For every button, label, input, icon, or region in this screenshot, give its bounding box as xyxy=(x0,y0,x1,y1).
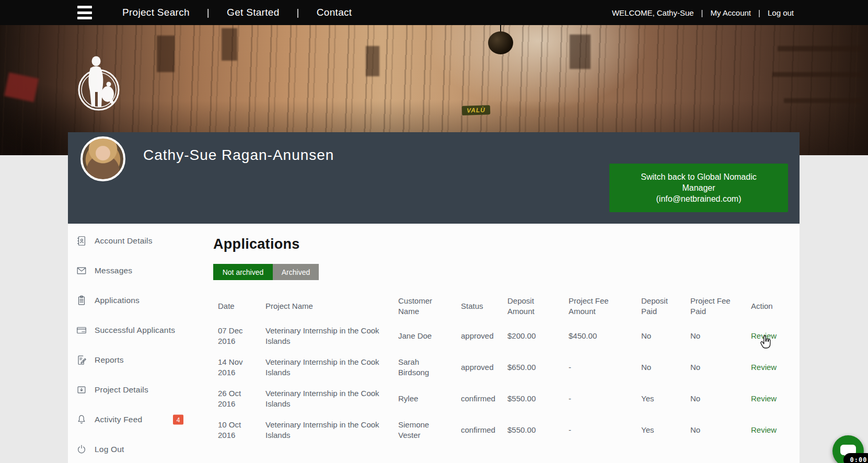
sidebar-item-successful-applicants[interactable]: Successful Applicants xyxy=(68,322,209,338)
sidebar-item-label: Activity Feed xyxy=(95,415,142,424)
sidebar-item-project-details[interactable]: Project Details xyxy=(68,382,209,398)
my-account-link[interactable]: My Account xyxy=(711,8,751,17)
column-header-status: Status xyxy=(461,301,507,311)
filter-archived-button[interactable]: Archived xyxy=(273,264,319,280)
archive-filter-toggle: Not archived Archived xyxy=(213,264,319,280)
cell-project-fee-paid: No xyxy=(690,393,751,404)
nav-link-contact[interactable]: Contact xyxy=(317,7,352,18)
cell-deposit-paid: No xyxy=(641,362,690,373)
sidebar-item-label: Messages xyxy=(95,266,132,275)
cell-deposit-paid: No xyxy=(641,331,690,341)
switch-button-line1: Switch back to Global Nomadic xyxy=(641,171,756,182)
table-row: 10 Oct2016 Veterinary Internship in the … xyxy=(213,414,794,446)
log-out-link[interactable]: Log out xyxy=(768,8,794,17)
column-header-project-fee-amount: Project FeeAmount xyxy=(569,296,641,317)
separator: | xyxy=(701,8,703,17)
column-header-customer-name: CustomerName xyxy=(398,296,461,317)
cell-action: Review xyxy=(751,425,794,435)
cell-date: 10 Oct2016 xyxy=(213,420,265,441)
sidebar-item-label: Account Details xyxy=(95,236,153,246)
cell-date: 07 Dec2016 xyxy=(213,326,265,346)
table-header-row: Date Project Name CustomerName Status De… xyxy=(213,292,794,320)
cell-deposit-amount: $550.00 xyxy=(507,393,569,404)
cell-customer-name: Jane Doe xyxy=(398,331,461,341)
table-row: 14 Nov2016 Veterinary Internship in the … xyxy=(213,352,794,383)
cell-action: Review xyxy=(751,393,794,404)
cell-action: Review xyxy=(751,362,794,373)
cell-project-name: Veterinary Internship in the CookIslands xyxy=(265,326,398,346)
cell-customer-name: Rylee xyxy=(398,393,461,404)
clipboard-icon xyxy=(76,295,87,306)
envelope-icon xyxy=(76,265,87,276)
cell-project-name: Veterinary Internship in the CookIslands xyxy=(265,388,398,409)
nav-item: Get Started | xyxy=(227,7,317,18)
sidebar-item-label: Successful Applicants xyxy=(95,326,175,335)
review-link[interactable]: Review xyxy=(751,425,794,435)
separator: | xyxy=(207,7,210,18)
cell-project-fee-paid: No xyxy=(690,362,751,373)
cell-project-fee-amount: - xyxy=(569,362,641,373)
hamburger-menu-icon[interactable] xyxy=(77,6,92,19)
avatar xyxy=(80,136,125,181)
filter-not-archived-button[interactable]: Not archived xyxy=(213,264,273,280)
cell-project-fee-paid: No xyxy=(690,331,751,341)
column-header-deposit-paid: DepositPaid xyxy=(641,296,690,317)
cell-project-fee-amount: - xyxy=(569,393,641,404)
page-title: Applications xyxy=(213,236,300,252)
folder-download-icon xyxy=(76,384,87,396)
review-link[interactable]: Review xyxy=(751,362,794,373)
sidebar-item-messages[interactable]: Messages xyxy=(68,263,209,279)
sidebar-item-applications[interactable]: Applications xyxy=(68,293,209,308)
nav-link-project-search[interactable]: Project Search xyxy=(122,7,190,18)
switch-account-button[interactable]: Switch back to Global Nomadic Manager (i… xyxy=(609,164,788,212)
power-icon xyxy=(76,444,87,455)
cell-deposit-paid: Yes xyxy=(641,425,690,435)
separator: | xyxy=(297,7,299,18)
column-header-project-fee-paid: Project FeePaid xyxy=(690,296,751,317)
sidebar-item-log-out[interactable]: Log Out xyxy=(68,442,209,457)
welcome-text: WELCOME, Cathy-Sue xyxy=(612,8,694,17)
sidebar-item-label: Reports xyxy=(95,355,124,365)
primary-nav: Project Search | Get Started | Contact | xyxy=(122,0,352,25)
page: Project Search | Get Started | Contact |… xyxy=(0,0,868,463)
global-nomadic-logo[interactable] xyxy=(76,52,121,113)
cell-action: Review xyxy=(751,331,794,341)
report-edit-icon xyxy=(76,354,87,366)
cell-status: confirmed xyxy=(461,425,507,435)
review-link[interactable]: Review xyxy=(751,331,794,341)
cell-project-name: Veterinary Internship in the CookIslands xyxy=(265,357,398,378)
cell-customer-name: SarahBirdsong xyxy=(398,357,461,378)
separator: | xyxy=(758,8,760,17)
cell-deposit-paid: Yes xyxy=(641,393,690,404)
review-link[interactable]: Review xyxy=(751,393,794,404)
bell-icon xyxy=(76,414,87,425)
sidebar-item-label: Log Out xyxy=(95,445,124,454)
cell-date: 14 Nov2016 xyxy=(213,357,265,378)
cell-deposit-amount: $550.00 xyxy=(507,425,569,435)
cell-project-fee-paid: No xyxy=(690,425,751,435)
cell-status: confirmed xyxy=(461,393,507,404)
sidebar-item-label: Project Details xyxy=(95,385,148,395)
nav-item: Contact | xyxy=(317,7,352,18)
profile-name: Cathy-Sue Ragan-Anunsen xyxy=(143,147,334,164)
sidebar-item-account-details[interactable]: Account Details xyxy=(68,233,209,249)
sidebar-item-reports[interactable]: Reports xyxy=(68,352,209,368)
top-navigation-bar: Project Search | Get Started | Contact |… xyxy=(0,0,868,25)
content-area: Account Details Messages Applications xyxy=(68,224,800,463)
column-header-deposit-amount: DepositAmount xyxy=(507,296,569,317)
nav-link-get-started[interactable]: Get Started xyxy=(227,7,279,18)
column-header-date: Date xyxy=(213,301,265,311)
profile-panel: Cathy-Sue Ragan-Anunsen Switch back to G… xyxy=(68,132,800,224)
cell-project-name: Veterinary Internship in the CookIslands xyxy=(265,420,398,441)
column-header-project-name: Project Name xyxy=(265,301,398,311)
cell-status: approved xyxy=(461,331,507,341)
cell-date: 26 Oct2016 xyxy=(213,388,265,409)
notification-count-badge: 4 xyxy=(173,415,183,425)
table-row: 07 Dec2016 Veterinary Internship in the … xyxy=(213,320,794,352)
sidebar-item-activity-feed[interactable]: Activity Feed 4 xyxy=(68,412,209,427)
sidebar-item-label: Applications xyxy=(95,296,140,305)
recording-timer: 0:00 xyxy=(843,453,868,463)
user-nav: WELCOME, Cathy-Sue | My Account | Log ou… xyxy=(612,0,794,25)
cell-deposit-amount: $200.00 xyxy=(507,331,569,341)
cell-customer-name: SiemoneVester xyxy=(398,420,461,441)
